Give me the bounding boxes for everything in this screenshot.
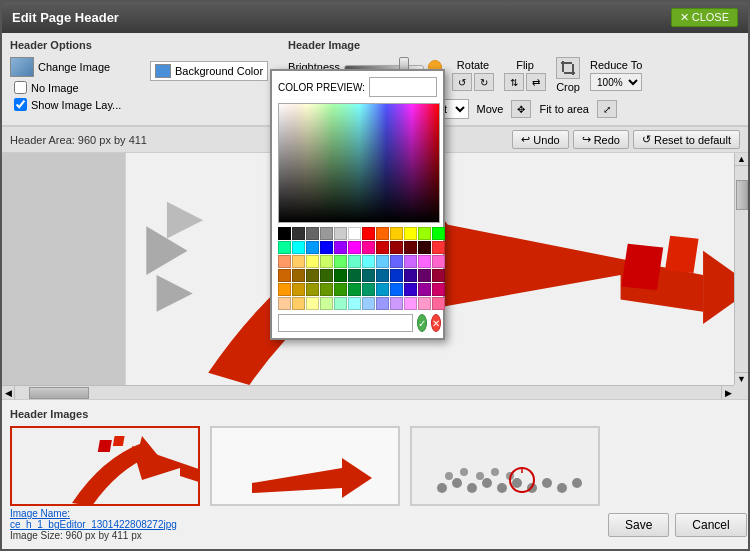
- color-swatch[interactable]: [348, 255, 361, 268]
- fit-to-area-button[interactable]: ⤢: [597, 100, 617, 118]
- color-swatch[interactable]: [320, 227, 333, 240]
- background-color-button[interactable]: Background Color: [150, 61, 268, 81]
- color-swatch[interactable]: [376, 297, 389, 310]
- color-swatch[interactable]: [390, 227, 403, 240]
- color-swatch[interactable]: [404, 297, 417, 310]
- color-swatch[interactable]: [334, 297, 347, 310]
- color-swatch[interactable]: [390, 255, 403, 268]
- color-swatch[interactable]: [278, 227, 291, 240]
- color-swatch[interactable]: [348, 283, 361, 296]
- scrollbar-thumb-h[interactable]: [29, 387, 89, 399]
- rotate-ccw-button[interactable]: ↺: [452, 73, 472, 91]
- color-swatch[interactable]: [334, 283, 347, 296]
- color-swatch[interactable]: [404, 269, 417, 282]
- color-swatch[interactable]: [390, 269, 403, 282]
- color-gradient-area[interactable]: [278, 103, 440, 223]
- color-swatch[interactable]: [306, 241, 319, 254]
- thumbnail-3[interactable]: [410, 426, 600, 506]
- thumb-img-3[interactable]: [410, 426, 600, 506]
- color-swatch[interactable]: [348, 269, 361, 282]
- color-swatch[interactable]: [404, 283, 417, 296]
- color-swatch[interactable]: [376, 269, 389, 282]
- color-hex-input[interactable]: [278, 314, 413, 332]
- save-button[interactable]: Save: [608, 513, 669, 537]
- color-swatch[interactable]: [432, 269, 445, 282]
- color-swatch[interactable]: [376, 241, 389, 254]
- color-swatch[interactable]: [418, 241, 431, 254]
- thumb-img-2[interactable]: [210, 426, 400, 506]
- color-swatch[interactable]: [306, 297, 319, 310]
- color-swatch[interactable]: [418, 227, 431, 240]
- color-swatch[interactable]: [404, 241, 417, 254]
- scroll-left-button[interactable]: ◀: [2, 386, 15, 399]
- flip-h-button[interactable]: ⇅: [504, 73, 524, 91]
- color-swatch[interactable]: [390, 241, 403, 254]
- color-swatch[interactable]: [334, 269, 347, 282]
- redo-button[interactable]: ↪ Redo: [573, 130, 629, 149]
- color-swatch[interactable]: [292, 255, 305, 268]
- color-swatch[interactable]: [362, 227, 375, 240]
- flip-v-button[interactable]: ⇄: [526, 73, 546, 91]
- color-swatch[interactable]: [418, 255, 431, 268]
- color-swatch[interactable]: [362, 297, 375, 310]
- color-swatch[interactable]: [418, 297, 431, 310]
- thumb-img-1[interactable]: [10, 426, 200, 506]
- show-image-layer-checkbox[interactable]: [14, 98, 27, 111]
- color-swatch[interactable]: [390, 297, 403, 310]
- color-swatch[interactable]: [278, 241, 291, 254]
- color-swatch[interactable]: [320, 269, 333, 282]
- scrollbar-thumb-v[interactable]: [736, 180, 748, 210]
- scroll-right-button[interactable]: ▶: [721, 386, 734, 399]
- move-button[interactable]: ✥: [511, 100, 531, 118]
- color-swatch[interactable]: [306, 255, 319, 268]
- color-swatch[interactable]: [390, 283, 403, 296]
- vertical-scrollbar[interactable]: ▲ ▼: [734, 153, 748, 385]
- scroll-down-button[interactable]: ▼: [735, 372, 748, 385]
- change-image-button[interactable]: Change Image: [10, 57, 130, 77]
- reset-to-default-button[interactable]: ↺ Reset to default: [633, 130, 740, 149]
- color-swatch[interactable]: [292, 297, 305, 310]
- color-swatch[interactable]: [404, 227, 417, 240]
- cancel-button[interactable]: Cancel: [675, 513, 746, 537]
- horizontal-scrollbar[interactable]: ◀ ▶: [2, 385, 734, 399]
- color-swatch[interactable]: [432, 283, 445, 296]
- no-image-checkbox[interactable]: [14, 81, 27, 94]
- color-swatch[interactable]: [320, 241, 333, 254]
- color-swatch[interactable]: [362, 283, 375, 296]
- color-swatch[interactable]: [334, 227, 347, 240]
- color-swatch[interactable]: [334, 241, 347, 254]
- color-picker-confirm-button[interactable]: ✓: [417, 314, 427, 332]
- color-swatch[interactable]: [376, 255, 389, 268]
- color-swatch[interactable]: [348, 227, 361, 240]
- crop-button[interactable]: [556, 57, 580, 79]
- color-swatch[interactable]: [348, 297, 361, 310]
- color-swatch[interactable]: [432, 255, 445, 268]
- color-swatch[interactable]: [306, 283, 319, 296]
- thumb-info-1[interactable]: Image Name: ce_h_1_bgEditor_130142280827…: [10, 508, 200, 530]
- color-swatch[interactable]: [278, 283, 291, 296]
- color-swatch[interactable]: [418, 269, 431, 282]
- color-swatch[interactable]: [306, 227, 319, 240]
- color-swatch[interactable]: [432, 297, 445, 310]
- color-swatch[interactable]: [320, 283, 333, 296]
- color-swatch[interactable]: [292, 283, 305, 296]
- color-swatch[interactable]: [334, 255, 347, 268]
- rotate-cw-button[interactable]: ↻: [474, 73, 494, 91]
- color-swatch[interactable]: [292, 269, 305, 282]
- color-picker-cancel-button[interactable]: ✕: [431, 314, 441, 332]
- color-swatch[interactable]: [348, 241, 361, 254]
- reduce-dropdown[interactable]: 100% 75% 50% 25%: [590, 73, 642, 91]
- scroll-up-button[interactable]: ▲: [735, 153, 748, 166]
- color-swatch[interactable]: [362, 269, 375, 282]
- color-swatch[interactable]: [306, 269, 319, 282]
- color-swatch[interactable]: [404, 255, 417, 268]
- color-swatch[interactable]: [376, 227, 389, 240]
- color-swatch[interactable]: [320, 255, 333, 268]
- color-swatch[interactable]: [278, 255, 291, 268]
- color-swatch[interactable]: [432, 227, 445, 240]
- color-swatch[interactable]: [278, 269, 291, 282]
- color-swatch[interactable]: [292, 227, 305, 240]
- color-swatch[interactable]: [362, 255, 375, 268]
- color-swatch[interactable]: [278, 297, 291, 310]
- close-button[interactable]: ✕ CLOSE: [671, 8, 738, 27]
